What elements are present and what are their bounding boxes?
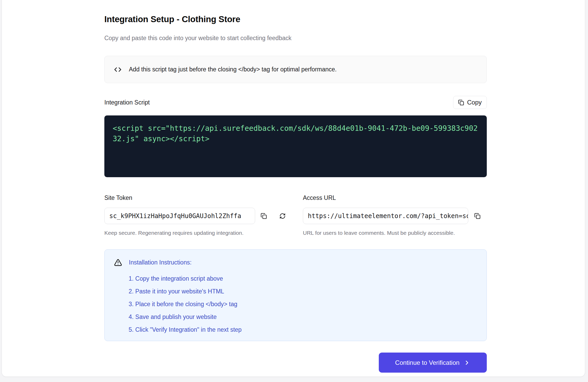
footer-actions-row: Continue to Verification	[104, 353, 487, 373]
integration-script-code[interactable]: <script src="https://api.surefeedback.co…	[104, 115, 487, 177]
copy-script-button[interactable]: Copy	[453, 96, 487, 109]
code-icon	[114, 66, 122, 73]
regenerate-token-button[interactable]	[278, 211, 287, 221]
token-url-fields-row: Site Token Keep secure. Regenerating req…	[104, 194, 487, 236]
refresh-icon	[279, 213, 286, 219]
site-token-input-row	[104, 208, 287, 224]
instruction-step: 3. Place it before the closing </body> t…	[129, 298, 477, 311]
copy-button-label: Copy	[467, 99, 482, 106]
instruction-step: 4. Save and publish your website	[129, 311, 477, 323]
continue-button-label: Continue to Verification	[395, 359, 460, 366]
banner-text: Add this script tag just before the clos…	[129, 66, 337, 73]
instruction-step: 1. Copy the integration script above	[129, 272, 477, 285]
instructions-heading: Installation Instructions:	[129, 259, 191, 266]
instructions-heading-row: Installation Instructions:	[114, 258, 477, 267]
copy-icon	[458, 100, 464, 106]
script-header-row: Integration Script Copy	[104, 96, 487, 109]
chevron-right-icon	[464, 359, 470, 366]
access-url-helper: URL for users to leave comments. Must be…	[303, 229, 487, 236]
copy-token-button[interactable]	[259, 211, 269, 221]
copy-icon	[261, 213, 267, 219]
warning-triangle-icon	[114, 258, 122, 267]
access-url-input[interactable]	[303, 208, 468, 224]
instructions-steps: 1. Copy the integration script above 2. …	[129, 272, 477, 336]
site-token-label: Site Token	[104, 194, 287, 202]
integration-script-label: Integration Script	[104, 99, 150, 106]
instruction-step: 5. Click "Verify Integration" in the nex…	[129, 323, 477, 336]
access-url-field-group: Access URL URL for users to leave commen…	[303, 194, 487, 236]
copy-url-button[interactable]	[472, 211, 482, 221]
site-token-input[interactable]	[104, 208, 255, 224]
copy-icon	[474, 213, 481, 219]
continue-to-verification-button[interactable]: Continue to Verification	[379, 353, 487, 373]
site-token-helper: Keep secure. Regenerating requires updat…	[104, 229, 287, 236]
site-token-field-group: Site Token Keep secure. Regenerating req…	[104, 194, 287, 236]
integration-setup-content: Integration Setup - Clothing Store Copy …	[104, 0, 487, 373]
access-url-label: Access URL	[303, 194, 487, 202]
page-subtitle: Copy and paste this code into your websi…	[104, 34, 487, 42]
page-title: Integration Setup - Clothing Store	[104, 14, 487, 25]
access-url-input-row	[303, 208, 487, 224]
instruction-step: 2. Paste it into your website's HTML	[129, 285, 477, 298]
installation-instructions-box: Installation Instructions: 1. Copy the i…	[104, 249, 487, 341]
script-placement-banner: Add this script tag just before the clos…	[104, 56, 487, 83]
